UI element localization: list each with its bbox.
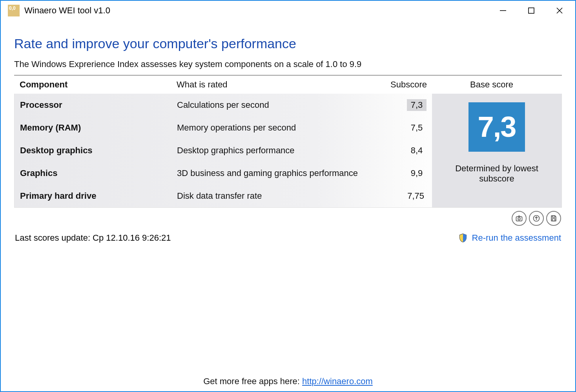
- screenshot-button[interactable]: [512, 211, 527, 226]
- maximize-button[interactable]: [517, 1, 545, 20]
- row-rated: Calculations per second: [177, 100, 368, 110]
- row-rated: Memory operations per second: [177, 123, 368, 133]
- subscore-value: 7,3: [407, 99, 427, 111]
- save-button[interactable]: [546, 211, 561, 226]
- footer-link[interactable]: http://winaero.com: [302, 376, 373, 386]
- header-base: Base score: [427, 80, 556, 90]
- last-update-text: Last scores update: Cp 12.10.16 9:26:21: [15, 233, 171, 243]
- table-row: Processor Calculations per second 7,3: [15, 94, 432, 116]
- table-rows: Processor Calculations per second 7,3 Me…: [15, 94, 432, 207]
- table-row: Desktop graphics Desktop graphics perfor…: [15, 139, 432, 162]
- bottom-row: Last scores update: Cp 12.10.16 9:26:21 …: [14, 226, 562, 243]
- subscore-value: 7,75: [405, 190, 427, 202]
- rerun-label: Re-run the assessment: [472, 233, 561, 243]
- subscore-value: 7,5: [407, 122, 427, 134]
- header-subscore: Subscore: [368, 80, 427, 90]
- row-subscore: 8,4: [368, 145, 427, 156]
- subscore-value: 8,4: [407, 145, 427, 156]
- row-subscore: 7,75: [368, 190, 427, 202]
- header-rated: What is rated: [177, 80, 368, 90]
- table-body: Processor Calculations per second 7,3 Me…: [14, 94, 562, 208]
- row-subscore: 9,9: [368, 167, 427, 179]
- footer: Get more free apps here: http://winaero.…: [1, 376, 575, 387]
- rerun-link[interactable]: Re-run the assessment: [458, 233, 561, 243]
- svg-rect-8: [552, 219, 555, 221]
- table-header: Component What is rated Subscore Base sc…: [14, 76, 562, 94]
- base-score-panel: 7,3 Determined by lowest subscore: [432, 94, 561, 207]
- close-button[interactable]: [545, 1, 574, 20]
- minimize-icon: [499, 7, 507, 14]
- svg-rect-7: [552, 216, 555, 217]
- footer-text: Get more free apps here:: [203, 376, 302, 386]
- row-rated: 3D business and gaming graphics performa…: [177, 168, 368, 178]
- row-rated: Disk data transfer rate: [177, 191, 368, 201]
- camera-icon: [515, 214, 523, 222]
- subscore-value: 9,9: [407, 167, 427, 179]
- row-component: Graphics: [20, 168, 177, 178]
- row-subscore: 7,5: [368, 122, 427, 134]
- score-table: Component What is rated Subscore Base sc…: [14, 75, 562, 208]
- row-component: Processor: [20, 100, 177, 110]
- table-row: Memory (RAM) Memory operations per secon…: [15, 116, 432, 139]
- header-component: Component: [20, 80, 177, 90]
- table-row: Primary hard drive Disk data transfer ra…: [15, 185, 432, 207]
- window-title: Winaero WEI tool v1.0: [24, 5, 110, 16]
- base-score-caption: Determined by lowest subscore: [440, 163, 554, 184]
- window-controls: [489, 1, 574, 20]
- mini-toolbar: [14, 208, 562, 226]
- page-subheading: The Windows Exprerience Index assesses k…: [14, 59, 562, 69]
- svg-point-5: [518, 218, 520, 220]
- row-subscore: 7,3: [368, 99, 427, 111]
- titlebar: 0,0 Winaero WEI tool v1.0: [1, 1, 575, 20]
- svg-rect-1: [529, 8, 534, 13]
- row-component: Primary hard drive: [20, 191, 177, 201]
- row-rated: Desktop graphics performance: [177, 145, 368, 156]
- close-icon: [556, 7, 563, 14]
- svg-rect-4: [516, 217, 522, 221]
- table-row: Graphics 3D business and gaming graphics…: [15, 162, 432, 185]
- maximize-icon: [528, 7, 535, 14]
- content-area: Rate and improve your computer's perform…: [1, 20, 575, 243]
- base-score-value: 7,3: [468, 102, 525, 152]
- row-component: Desktop graphics: [20, 145, 177, 156]
- app-icon: 0,0: [8, 5, 20, 16]
- minimize-button[interactable]: [489, 1, 517, 20]
- upload-button[interactable]: [529, 211, 544, 226]
- shield-icon: [458, 233, 468, 243]
- upload-icon: [532, 214, 540, 222]
- save-icon: [550, 214, 558, 222]
- row-component: Memory (RAM): [20, 123, 177, 133]
- page-heading: Rate and improve your computer's perform…: [14, 36, 562, 51]
